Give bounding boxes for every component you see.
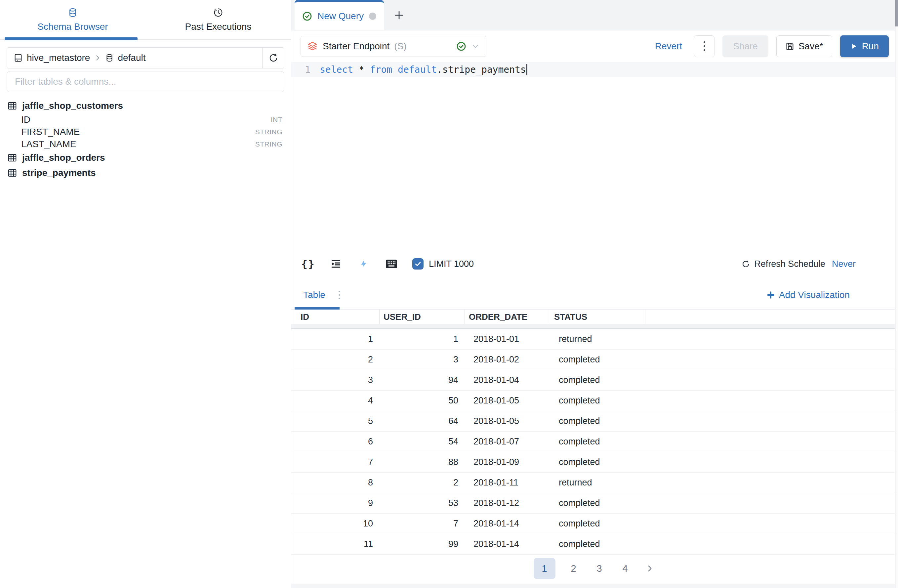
scrollbar-thumb[interactable]: [895, 0, 898, 26]
tree-table-jaffle-shop-orders[interactable]: jaffle_shop_orders: [7, 150, 284, 165]
cell-order-date: 2018-01-14: [465, 539, 550, 549]
table-row: 1 1 2018-01-01 returned: [291, 329, 898, 349]
results-table-header: ID USER_ID ORDER_DATE STATUS: [291, 309, 898, 324]
limit-toggle[interactable]: LIMIT 1000: [412, 258, 474, 269]
page-button-1[interactable]: 1: [534, 558, 555, 579]
share-button[interactable]: Share: [723, 35, 768, 57]
new-tab-button[interactable]: [384, 0, 414, 30]
column-header-id[interactable]: ID: [291, 309, 380, 324]
sql-token: from: [370, 64, 398, 75]
breadcrumb-schema[interactable]: default: [118, 52, 146, 63]
text-cursor: [526, 64, 527, 75]
cell-user-id: 54: [380, 437, 465, 447]
page-button-2[interactable]: 2: [566, 558, 581, 579]
tree-column-last-name[interactable]: LAST_NAME STRING: [7, 138, 284, 150]
tab-schema-browser[interactable]: Schema Browser: [0, 0, 146, 39]
kebab-dot: [338, 291, 340, 292]
plus-icon: [766, 290, 775, 300]
cell-status: completed: [550, 519, 646, 529]
endpoint-select[interactable]: Starter Endpoint (S): [301, 36, 486, 57]
breadcrumb-catalog[interactable]: hive_metastore: [27, 52, 90, 63]
tab-past-executions[interactable]: Past Executions: [146, 0, 291, 39]
pagination: 1 2 3 4: [291, 555, 898, 582]
sql-editor[interactable]: 1 select * from default.stripe_payments: [291, 62, 898, 255]
footer-strip: [291, 584, 898, 588]
format-code-button[interactable]: {}: [301, 258, 315, 270]
kebab-dot: [338, 298, 340, 299]
sql-active-line[interactable]: 1 select * from default.stripe_payments: [291, 62, 898, 77]
cell-order-date: 2018-01-11: [465, 477, 550, 488]
keyboard-shortcuts-button[interactable]: [384, 259, 398, 269]
visualization-menu-button[interactable]: [337, 289, 342, 301]
tree-table-jaffle-shop-customers[interactable]: jaffle_shop_customers: [7, 98, 284, 114]
cell-order-date: 2018-01-05: [465, 416, 550, 426]
endpoint-name: Starter Endpoint: [323, 41, 389, 52]
refresh-schedule-value[interactable]: Never: [832, 259, 856, 269]
column-name: LAST_NAME: [21, 139, 76, 149]
cell-order-date: 2018-01-14: [465, 519, 550, 529]
limit-checkbox[interactable]: [412, 258, 424, 269]
tab-table-visualization[interactable]: Table: [303, 290, 325, 300]
tree-column-first-name[interactable]: FIRST_NAME STRING: [7, 126, 284, 138]
next-page-button[interactable]: [643, 564, 656, 573]
catalog-icon: [14, 53, 23, 63]
results-panel: Table Add Visualization ID USER_ID ORDER…: [291, 273, 898, 588]
cell-order-date: 2018-01-05: [465, 396, 550, 406]
more-actions-button[interactable]: [694, 35, 715, 57]
tab-new-query[interactable]: New Query: [295, 0, 384, 30]
cell-status: completed: [550, 354, 646, 365]
cell-id: 3: [291, 375, 380, 385]
indent-button[interactable]: [329, 258, 343, 269]
cell-id: 10: [291, 519, 380, 529]
column-header-filler: [646, 309, 898, 324]
column-header-status[interactable]: STATUS: [550, 309, 646, 324]
column-header-order-date[interactable]: ORDER_DATE: [465, 309, 550, 324]
table-name: stripe_payments: [22, 168, 96, 178]
table-row: 5 64 2018-01-05 completed: [291, 411, 898, 432]
tree-table-stripe-payments[interactable]: stripe_payments: [7, 165, 284, 180]
chevron-right-icon: [646, 564, 654, 573]
cell-status: completed: [550, 457, 646, 467]
lightning-icon: [360, 259, 368, 269]
column-type: STRING: [255, 140, 284, 148]
cell-status: completed: [550, 539, 646, 549]
run-button-label: Run: [862, 41, 879, 52]
database-icon: [105, 54, 114, 62]
revert-button[interactable]: Revert: [655, 41, 682, 52]
refresh-schema-button[interactable]: [262, 48, 284, 68]
kebab-dot: [704, 45, 705, 47]
cell-id: 11: [291, 539, 380, 549]
page-button-3[interactable]: 3: [592, 558, 607, 579]
cell-user-id: 64: [380, 416, 465, 426]
indent-icon: [330, 258, 341, 269]
table-row: 9 53 2018-01-12 completed: [291, 493, 898, 514]
table-row: 2 3 2018-01-02 completed: [291, 349, 898, 370]
save-button[interactable]: Save*: [777, 35, 832, 57]
cell-id: 2: [291, 354, 380, 365]
sql-token: select: [320, 64, 359, 75]
refresh-icon: [269, 53, 278, 63]
breadcrumb[interactable]: hive_metastore default: [7, 52, 262, 63]
tree-column-id[interactable]: ID INT: [7, 114, 284, 126]
table-icon: [7, 153, 17, 163]
cell-order-date: 2018-01-01: [465, 334, 550, 344]
play-icon: [850, 43, 857, 50]
window-scrollbar[interactable]: [895, 0, 898, 588]
filter-tables-input[interactable]: [7, 71, 284, 92]
table-icon: [7, 168, 17, 178]
cell-order-date: 2018-01-04: [465, 375, 550, 385]
add-visualization-button[interactable]: Add Visualization: [766, 290, 850, 300]
cell-user-id: 88: [380, 457, 465, 467]
column-header-user-id[interactable]: USER_ID: [380, 309, 465, 324]
run-button[interactable]: Run: [840, 35, 889, 57]
table-row: 7 88 2018-01-09 completed: [291, 452, 898, 473]
cell-user-id: 50: [380, 396, 465, 406]
cell-status: returned: [550, 477, 646, 488]
autocomplete-button[interactable]: [357, 259, 371, 269]
cell-user-id: 94: [380, 375, 465, 385]
page-button-4[interactable]: 4: [618, 558, 633, 579]
plus-icon: [393, 9, 405, 21]
cell-id: 5: [291, 416, 380, 426]
column-type: INT: [271, 116, 284, 124]
sql-token: default: [398, 64, 437, 75]
